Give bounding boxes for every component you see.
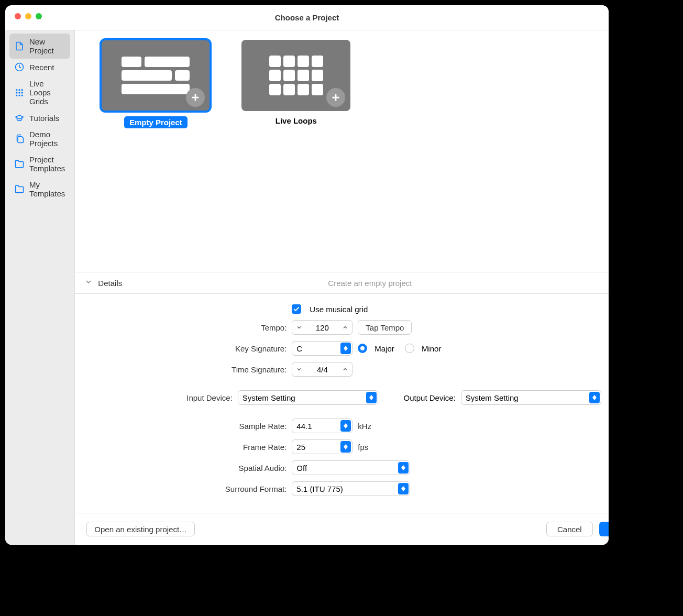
- surround-format-select[interactable]: 5.1 (ITU 775): [292, 481, 410, 496]
- svg-rect-2: [19, 89, 20, 91]
- svg-rect-5: [19, 92, 20, 93]
- svg-rect-1: [16, 89, 17, 91]
- sidebar-item-recent[interactable]: Recent: [9, 59, 70, 75]
- main-content: Empty Project Live Loops: [75, 30, 609, 545]
- zoom-window-button[interactable]: [36, 13, 42, 19]
- template-thumbnail[interactable]: [101, 40, 210, 111]
- tempo-stepper[interactable]: 120: [292, 320, 352, 335]
- sidebar-item-my-templates[interactable]: My Templates: [9, 177, 70, 202]
- select-arrows-icon: [398, 462, 409, 474]
- svg-rect-9: [21, 94, 23, 96]
- time-signature-stepper[interactable]: 4/4: [292, 362, 352, 377]
- svg-rect-3: [21, 89, 23, 91]
- open-existing-project-button[interactable]: Open an existing project…: [86, 522, 195, 536]
- select-arrows-icon: [589, 392, 600, 403]
- sidebar-item-label: Live Loops Grids: [29, 79, 65, 106]
- sample-rate-select[interactable]: 44.1: [292, 419, 352, 433]
- chevron-up-icon[interactable]: [338, 324, 352, 331]
- template-gallery: Empty Project Live Loops: [75, 30, 609, 272]
- sidebar-item-label: Project Templates: [29, 155, 65, 173]
- sidebar-item-label: My Templates: [29, 180, 65, 198]
- select-arrows-icon: [398, 483, 409, 494]
- template-label: Live Loops: [276, 116, 317, 125]
- minor-radio[interactable]: [405, 344, 414, 353]
- select-arrows-icon: [340, 441, 351, 453]
- cancel-button[interactable]: Cancel: [546, 522, 593, 536]
- plus-icon: [326, 88, 345, 107]
- document-icon: [15, 41, 24, 51]
- spatial-audio-label: Spatial Audio:: [84, 464, 292, 472]
- sidebar: New Project Recent Live Loops Grids Tuto…: [5, 30, 75, 545]
- time-signature-value[interactable]: 4/4: [306, 365, 338, 374]
- svg-marker-27: [401, 489, 405, 491]
- spatial-audio-select[interactable]: Off: [292, 460, 410, 475]
- window-title: Choose a Project: [5, 13, 609, 22]
- sidebar-item-label: Recent: [29, 63, 54, 72]
- template-live-loops[interactable]: Live Loops: [241, 40, 350, 262]
- frame-rate-select[interactable]: 25: [292, 439, 352, 454]
- key-signature-select[interactable]: C: [292, 341, 352, 356]
- svg-marker-25: [401, 468, 405, 470]
- details-subtitle: Create an empty project: [328, 279, 412, 288]
- sample-rate-label: Sample Rate:: [84, 422, 292, 431]
- surround-format-label: Surround Format:: [84, 485, 292, 493]
- select-arrows-icon: [340, 343, 351, 354]
- frame-rate-label: Frame Rate:: [84, 443, 292, 452]
- sidebar-item-project-templates[interactable]: Project Templates: [9, 151, 70, 177]
- svg-marker-23: [344, 447, 348, 449]
- svg-marker-17: [369, 398, 373, 400]
- minor-label: Minor: [422, 344, 442, 353]
- clock-icon: [15, 62, 24, 72]
- svg-rect-8: [19, 94, 20, 96]
- details-title: Details: [98, 279, 122, 288]
- output-device-label: Output Device:: [383, 393, 456, 402]
- folder-icon: [15, 184, 24, 194]
- svg-marker-15: [344, 348, 348, 351]
- svg-rect-7: [16, 94, 17, 96]
- sample-rate-unit: kHz: [358, 422, 371, 431]
- output-device-select[interactable]: System Setting: [461, 390, 601, 405]
- titlebar: Choose a Project: [5, 5, 609, 30]
- tempo-value[interactable]: 120: [306, 323, 338, 332]
- chevron-down-icon[interactable]: [292, 324, 306, 331]
- use-musical-grid-label: Use musical grid: [310, 305, 368, 314]
- svg-rect-6: [21, 92, 23, 93]
- sidebar-item-new-project[interactable]: New Project: [9, 34, 70, 59]
- select-arrows-icon: [340, 420, 351, 432]
- major-radio[interactable]: [358, 344, 367, 353]
- chevron-down-icon[interactable]: [292, 366, 306, 372]
- details-disclosure[interactable]: Details Create an empty project: [75, 272, 609, 294]
- sidebar-item-label: Demo Projects: [29, 130, 65, 148]
- traffic-lights: [15, 13, 42, 19]
- tap-tempo-button[interactable]: Tap Tempo: [358, 320, 412, 335]
- minimize-window-button[interactable]: [25, 13, 31, 19]
- close-window-button[interactable]: [15, 13, 21, 19]
- sidebar-item-demo-projects[interactable]: Demo Projects: [9, 126, 70, 151]
- grid-icon: [15, 88, 24, 97]
- sidebar-item-label: New Project: [29, 37, 65, 55]
- use-musical-grid-checkbox[interactable]: [292, 304, 301, 314]
- select-arrows-icon: [366, 392, 377, 403]
- frame-rate-unit: fps: [358, 443, 368, 452]
- sidebar-item-label: Tutorials: [29, 114, 59, 123]
- folder-icon: [15, 159, 24, 169]
- tempo-label: Tempo:: [84, 323, 292, 332]
- chevron-down-icon: [84, 278, 94, 288]
- plus-icon: [186, 88, 205, 107]
- svg-rect-4: [16, 92, 17, 93]
- time-signature-label: Time Signature:: [84, 365, 292, 374]
- chevron-up-icon[interactable]: [338, 366, 352, 372]
- input-device-select[interactable]: System Setting: [238, 390, 378, 405]
- footer: Open an existing project… Cancel Choose: [75, 513, 609, 545]
- sidebar-item-live-loops-grids[interactable]: Live Loops Grids: [9, 75, 70, 109]
- svg-marker-19: [592, 398, 597, 400]
- input-device-label: Input Device:: [84, 393, 237, 402]
- documents-icon: [15, 134, 24, 144]
- project-chooser-window: Choose a Project New Project Recent Live…: [5, 5, 609, 545]
- choose-button[interactable]: Choose: [599, 522, 609, 536]
- template-empty-project[interactable]: Empty Project: [101, 40, 210, 262]
- sidebar-item-tutorials[interactable]: Tutorials: [9, 109, 70, 126]
- graduation-icon: [15, 113, 24, 123]
- template-thumbnail[interactable]: [241, 40, 350, 111]
- details-body: Use musical grid Tempo: 120 Tap Tempo: [75, 294, 609, 513]
